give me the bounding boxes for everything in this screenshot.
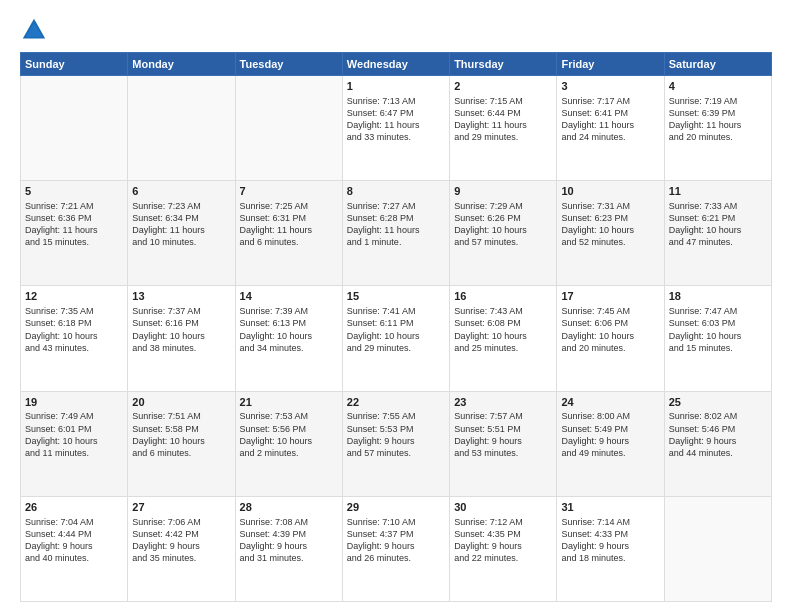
day-info-line: Sunset: 6:08 PM: [454, 318, 521, 328]
day-info-line: Sunrise: 7:55 AM: [347, 411, 416, 421]
calendar-header-row: SundayMondayTuesdayWednesdayThursdayFrid…: [21, 53, 772, 76]
day-info-line: Sunrise: 7:17 AM: [561, 96, 630, 106]
day-info-line: Sunset: 6:28 PM: [347, 213, 414, 223]
calendar-cell: 18Sunrise: 7:47 AMSunset: 6:03 PMDayligh…: [664, 286, 771, 391]
day-info-line: and 6 minutes.: [240, 237, 299, 247]
day-info-line: Sunset: 6:11 PM: [347, 318, 414, 328]
day-number: 3: [561, 79, 659, 94]
calendar-cell: 9Sunrise: 7:29 AMSunset: 6:26 PMDaylight…: [450, 181, 557, 286]
day-info-line: Daylight: 11 hours: [669, 120, 742, 130]
day-info-line: Sunrise: 7:51 AM: [132, 411, 201, 421]
calendar-week-row: 19Sunrise: 7:49 AMSunset: 6:01 PMDayligh…: [21, 391, 772, 496]
day-info-line: and 18 minutes.: [561, 553, 625, 563]
calendar-cell: 10Sunrise: 7:31 AMSunset: 6:23 PMDayligh…: [557, 181, 664, 286]
calendar-day-header: Wednesday: [342, 53, 449, 76]
day-info-line: Sunrise: 7:33 AM: [669, 201, 738, 211]
day-number: 27: [132, 500, 230, 515]
day-info-line: Daylight: 11 hours: [25, 225, 98, 235]
day-info-line: Sunrise: 7:47 AM: [669, 306, 738, 316]
day-info-line: and 29 minutes.: [454, 132, 518, 142]
calendar-cell: 16Sunrise: 7:43 AMSunset: 6:08 PMDayligh…: [450, 286, 557, 391]
day-info-line: Daylight: 11 hours: [561, 120, 634, 130]
calendar-week-row: 1Sunrise: 7:13 AMSunset: 6:47 PMDaylight…: [21, 76, 772, 181]
day-info-line: Sunrise: 7:06 AM: [132, 517, 201, 527]
calendar-cell: 23Sunrise: 7:57 AMSunset: 5:51 PMDayligh…: [450, 391, 557, 496]
day-info-line: Sunset: 6:31 PM: [240, 213, 307, 223]
day-info-line: Sunset: 4:42 PM: [132, 529, 199, 539]
calendar-cell: [21, 76, 128, 181]
calendar-week-row: 12Sunrise: 7:35 AMSunset: 6:18 PMDayligh…: [21, 286, 772, 391]
day-info-line: Sunrise: 8:02 AM: [669, 411, 738, 421]
day-info-line: Sunset: 6:06 PM: [561, 318, 628, 328]
calendar-cell: 21Sunrise: 7:53 AMSunset: 5:56 PMDayligh…: [235, 391, 342, 496]
day-info-line: Daylight: 10 hours: [454, 331, 527, 341]
day-info-line: Sunrise: 7:19 AM: [669, 96, 738, 106]
day-info-line: and 57 minutes.: [347, 448, 411, 458]
calendar-cell: 5Sunrise: 7:21 AMSunset: 6:36 PMDaylight…: [21, 181, 128, 286]
day-info-line: Daylight: 10 hours: [669, 331, 742, 341]
day-info-line: Sunrise: 8:00 AM: [561, 411, 630, 421]
day-info-line: and 29 minutes.: [347, 343, 411, 353]
calendar-cell: 1Sunrise: 7:13 AMSunset: 6:47 PMDaylight…: [342, 76, 449, 181]
day-info-line: and 57 minutes.: [454, 237, 518, 247]
logo-icon: [20, 16, 48, 44]
day-info-line: and 44 minutes.: [669, 448, 733, 458]
day-info-line: and 25 minutes.: [454, 343, 518, 353]
day-info-line: Daylight: 11 hours: [454, 120, 527, 130]
day-info-line: and 6 minutes.: [132, 448, 191, 458]
day-number: 7: [240, 184, 338, 199]
day-info-line: Daylight: 10 hours: [132, 331, 205, 341]
day-info-line: Sunset: 6:36 PM: [25, 213, 92, 223]
day-info-line: Sunrise: 7:31 AM: [561, 201, 630, 211]
calendar-table: SundayMondayTuesdayWednesdayThursdayFrid…: [20, 52, 772, 602]
header: [20, 16, 772, 44]
day-info-line: and 26 minutes.: [347, 553, 411, 563]
day-number: 18: [669, 289, 767, 304]
calendar-cell: [128, 76, 235, 181]
calendar-cell: 6Sunrise: 7:23 AMSunset: 6:34 PMDaylight…: [128, 181, 235, 286]
day-info-line: Sunrise: 7:41 AM: [347, 306, 416, 316]
day-number: 13: [132, 289, 230, 304]
day-info-line: Sunrise: 7:43 AM: [454, 306, 523, 316]
day-number: 31: [561, 500, 659, 515]
day-info-line: Sunrise: 7:53 AM: [240, 411, 309, 421]
day-info-line: and 52 minutes.: [561, 237, 625, 247]
day-info-line: Daylight: 10 hours: [240, 436, 313, 446]
calendar-cell: 14Sunrise: 7:39 AMSunset: 6:13 PMDayligh…: [235, 286, 342, 391]
day-info-line: Daylight: 9 hours: [454, 541, 522, 551]
day-info-line: Sunset: 5:49 PM: [561, 424, 628, 434]
day-info-line: and 11 minutes.: [25, 448, 89, 458]
day-number: 25: [669, 395, 767, 410]
calendar-cell: 11Sunrise: 7:33 AMSunset: 6:21 PMDayligh…: [664, 181, 771, 286]
day-info-line: and 1 minute.: [347, 237, 402, 247]
logo: [20, 16, 52, 44]
day-info-line: Sunset: 5:46 PM: [669, 424, 736, 434]
day-info-line: Sunrise: 7:21 AM: [25, 201, 94, 211]
day-info-line: and 43 minutes.: [25, 343, 89, 353]
calendar-cell: 7Sunrise: 7:25 AMSunset: 6:31 PMDaylight…: [235, 181, 342, 286]
day-info-line: and 34 minutes.: [240, 343, 304, 353]
day-info-line: and 2 minutes.: [240, 448, 299, 458]
day-info-line: Sunrise: 7:39 AM: [240, 306, 309, 316]
day-info-line: and 35 minutes.: [132, 553, 196, 563]
calendar-cell: 19Sunrise: 7:49 AMSunset: 6:01 PMDayligh…: [21, 391, 128, 496]
day-number: 16: [454, 289, 552, 304]
day-info-line: Sunrise: 7:45 AM: [561, 306, 630, 316]
day-info-line: Sunset: 6:18 PM: [25, 318, 92, 328]
calendar-cell: 15Sunrise: 7:41 AMSunset: 6:11 PMDayligh…: [342, 286, 449, 391]
calendar-cell: 4Sunrise: 7:19 AMSunset: 6:39 PMDaylight…: [664, 76, 771, 181]
day-info-line: Sunrise: 7:35 AM: [25, 306, 94, 316]
day-info-line: Sunrise: 7:14 AM: [561, 517, 630, 527]
day-number: 2: [454, 79, 552, 94]
day-info-line: and 33 minutes.: [347, 132, 411, 142]
day-info-line: Sunset: 4:37 PM: [347, 529, 414, 539]
day-info-line: and 47 minutes.: [669, 237, 733, 247]
day-info-line: Daylight: 10 hours: [25, 436, 98, 446]
day-number: 4: [669, 79, 767, 94]
day-number: 8: [347, 184, 445, 199]
day-info-line: Daylight: 9 hours: [25, 541, 93, 551]
day-info-line: Sunset: 6:34 PM: [132, 213, 199, 223]
day-info-line: Daylight: 10 hours: [669, 225, 742, 235]
day-info-line: Daylight: 10 hours: [25, 331, 98, 341]
day-info-line: Daylight: 9 hours: [240, 541, 308, 551]
